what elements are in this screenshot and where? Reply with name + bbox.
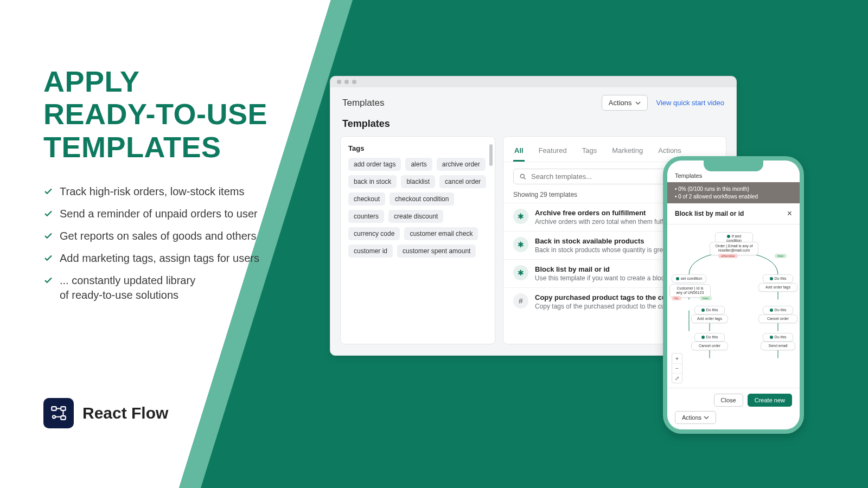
svg-point-4 <box>520 174 524 178</box>
phone-actions-button[interactable]: Actions <box>675 411 716 424</box>
svg-rect-2 <box>61 416 66 420</box>
fit-view-button[interactable]: ⤢ <box>672 373 682 383</box>
tab-marketing[interactable]: Marketing <box>611 142 644 162</box>
node-do-this[interactable]: Do this <box>763 333 793 342</box>
spark-icon: ✱ <box>513 237 528 252</box>
node-label: Do this <box>706 335 718 339</box>
node-do-this[interactable]: Do this <box>694 333 725 342</box>
close-button[interactable]: Close <box>714 394 743 407</box>
bullet-text: Add marketing tags, assign tags for user… <box>60 251 259 266</box>
svg-rect-1 <box>61 407 66 410</box>
tags-scrollbar[interactable] <box>489 144 493 166</box>
phone-actions-row: Actions <box>675 411 792 424</box>
node-label: Do this <box>706 308 718 312</box>
phone-notch <box>704 160 763 171</box>
svg-line-5 <box>524 177 526 179</box>
section-title: Templates <box>330 116 736 136</box>
tag-pill[interactable]: alerts <box>405 158 432 171</box>
node-do-this[interactable]: Do this <box>763 274 793 283</box>
hash-icon: # <box>513 293 528 309</box>
node-do-this[interactable]: Do this <box>763 306 793 314</box>
bullet-text: Get reports on sales of goods and others <box>60 229 256 243</box>
bullet-text: Track high-risk orders, low-stock items <box>60 184 244 199</box>
tag-pill[interactable]: currency code <box>348 227 400 240</box>
quick-start-video-link[interactable]: View quick start video <box>656 99 725 107</box>
bullet-item: Send a reminder of unpaid orders to user <box>43 207 259 221</box>
create-new-button[interactable]: Create new <box>748 394 792 407</box>
node-label: Add order tags <box>697 317 722 320</box>
phone-banner-line: • 0 of 2 allowed workflows enabled <box>675 193 792 201</box>
node-cancel-order[interactable]: Cancel order <box>758 314 797 323</box>
tab-all[interactable]: All <box>513 142 525 162</box>
node-label: Do this <box>775 277 787 280</box>
check-icon <box>43 209 53 219</box>
phone-actions-label: Actions <box>682 414 701 421</box>
headline: APPLY READY-TO-USE TEMPLATES <box>43 65 267 163</box>
window-dot <box>337 80 341 84</box>
svg-rect-0 <box>52 407 56 410</box>
check-icon <box>43 253 53 263</box>
node-send-email[interactable]: Send email <box>761 342 795 350</box>
node-add-tags[interactable]: Add order tags <box>691 314 728 323</box>
tag-pill[interactable]: checkout condition <box>390 192 454 206</box>
tag-pill[interactable]: customer spent amount <box>397 245 476 258</box>
tab-tags[interactable]: Tags <box>581 142 598 162</box>
node-label: Do this <box>775 308 787 312</box>
window-titlebar <box>330 76 736 87</box>
pill-otherwise: otherwise <box>718 254 738 258</box>
close-icon[interactable]: × <box>787 209 792 219</box>
tag-pill[interactable]: back in stock <box>348 175 397 188</box>
node-label: Do this <box>775 335 787 339</box>
window-header-actions: Actions View quick start video <box>602 95 724 111</box>
node-set-condition[interactable]: set condition <box>672 274 706 283</box>
window-header: Templates Actions View quick start video <box>330 87 736 116</box>
phone-footer-buttons: Close Create new <box>675 394 792 407</box>
tags-container: add order tags alerts archive order back… <box>348 158 487 258</box>
phone-template-title: Block list by mail or id <box>675 210 744 217</box>
phone-mockup: Templates • 0% (0/100 runs in this month… <box>663 156 804 434</box>
brand-name: React Flow <box>82 404 168 422</box>
flow-icon <box>49 404 68 422</box>
phone-usage-banner: • 0% (0/100 runs in this month) • 0 of 2… <box>667 182 800 203</box>
tag-pill[interactable]: archive order <box>437 158 486 171</box>
node-label: Add order tags <box>765 285 790 289</box>
node-add-tags[interactable]: Add order tags <box>758 283 797 292</box>
zoom-in-button[interactable]: + <box>672 354 682 363</box>
check-icon <box>43 187 53 196</box>
workflow-canvas[interactable]: If and condition Order | Email is any of… <box>667 224 800 388</box>
phone-banner-line: • 0% (0/100 runs in this month) <box>675 185 792 193</box>
tag-pill[interactable]: customer id <box>348 245 393 258</box>
tag-pill[interactable]: checkout <box>348 192 385 206</box>
spark-icon: ✱ <box>513 265 528 280</box>
pill-then: then <box>700 296 712 300</box>
tag-pill[interactable]: cancel order <box>439 175 486 188</box>
actions-button[interactable]: Actions <box>602 95 648 111</box>
node-do-this[interactable]: Do this <box>694 306 725 314</box>
tag-pill[interactable]: blacklist <box>401 175 435 188</box>
tab-featured[interactable]: Featured <box>538 142 568 162</box>
node-label: set condition <box>681 277 702 280</box>
node-cancel-order[interactable]: Cancel order <box>691 342 728 350</box>
zoom-out-button[interactable]: − <box>672 363 682 373</box>
phone-header: Block list by mail or id × <box>667 203 800 224</box>
bullet-item: Track high-risk orders, low-stock items <box>43 184 259 199</box>
pill-then: then <box>775 254 787 258</box>
spark-icon: ✱ <box>513 209 528 224</box>
node-label: Cancel order <box>767 317 789 320</box>
tags-panel: Tags add order tags alerts archive order… <box>340 136 495 344</box>
template-desc: Archive orders with zero total when them… <box>535 218 676 226</box>
tag-pill[interactable]: add order tags <box>348 158 401 171</box>
canvas-controls: + − ⤢ <box>672 353 682 383</box>
search-icon <box>519 173 527 181</box>
tag-pill[interactable]: create discount <box>388 210 443 223</box>
window-dot <box>344 80 349 84</box>
actions-button-label: Actions <box>609 99 632 107</box>
brand-lockup: React Flow <box>43 398 168 428</box>
tags-heading: Tags <box>348 144 487 152</box>
check-icon <box>43 275 53 285</box>
tag-pill[interactable]: customer email check <box>404 227 478 240</box>
check-icon <box>43 231 53 241</box>
tag-pill[interactable]: counters <box>348 210 384 223</box>
bullet-text: Send a reminder of unpaid orders to user <box>60 207 258 221</box>
brand-logo <box>43 398 74 428</box>
